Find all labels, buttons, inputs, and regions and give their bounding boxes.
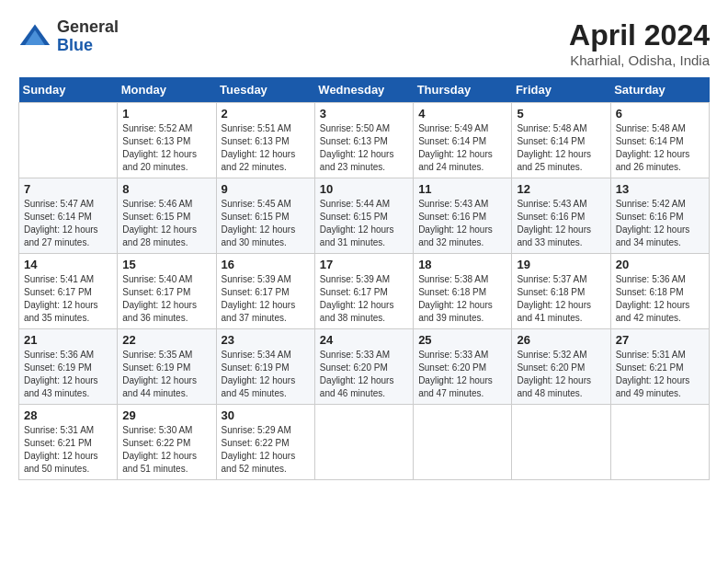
day-number: 22 [122, 333, 210, 347]
calendar-week-row: 28Sunrise: 5:31 AMSunset: 6:21 PMDayligh… [19, 405, 710, 480]
day-number: 17 [320, 258, 408, 271]
day-info: Sunrise: 5:36 AMSunset: 6:19 PMDaylight:… [24, 349, 112, 400]
day-number: 8 [122, 182, 210, 196]
calendar-cell: 29Sunrise: 5:30 AMSunset: 6:22 PMDayligh… [118, 405, 216, 480]
calendar-cell: 2Sunrise: 5:51 AMSunset: 6:13 PMDaylight… [216, 103, 314, 178]
calendar-cell: 9Sunrise: 5:45 AMSunset: 6:15 PMDaylight… [216, 178, 314, 254]
day-number: 1 [122, 107, 210, 121]
calendar-cell [19, 103, 118, 178]
logo-icon [18, 20, 51, 53]
day-number: 20 [616, 258, 704, 271]
day-info: Sunrise: 5:34 AMSunset: 6:19 PMDaylight:… [222, 349, 310, 400]
day-info: Sunrise: 5:45 AMSunset: 6:15 PMDaylight:… [222, 198, 310, 249]
calendar-week-row: 14Sunrise: 5:41 AMSunset: 6:17 PMDayligh… [19, 254, 710, 329]
calendar-cell: 21Sunrise: 5:36 AMSunset: 6:19 PMDayligh… [19, 329, 118, 405]
day-info: Sunrise: 5:46 AMSunset: 6:15 PMDaylight:… [122, 198, 210, 249]
logo-text: General Blue [57, 18, 119, 55]
calendar-cell: 3Sunrise: 5:50 AMSunset: 6:13 PMDaylight… [314, 103, 413, 178]
day-number: 14 [24, 258, 112, 271]
calendar-cell: 24Sunrise: 5:33 AMSunset: 6:20 PMDayligh… [314, 329, 413, 405]
day-number: 6 [616, 107, 704, 121]
day-number: 26 [517, 333, 605, 347]
day-number: 29 [122, 408, 210, 422]
calendar-cell: 7Sunrise: 5:47 AMSunset: 6:14 PMDaylight… [19, 178, 118, 254]
logo-general-text: General [57, 17, 119, 36]
day-number: 11 [418, 182, 506, 196]
day-info: Sunrise: 5:33 AMSunset: 6:20 PMDaylight:… [418, 349, 506, 400]
day-info: Sunrise: 5:48 AMSunset: 6:14 PMDaylight:… [517, 122, 605, 174]
day-info: Sunrise: 5:50 AMSunset: 6:13 PMDaylight:… [320, 122, 408, 174]
calendar-cell: 6Sunrise: 5:48 AMSunset: 6:14 PMDaylight… [610, 103, 709, 178]
day-info: Sunrise: 5:51 AMSunset: 6:13 PMDaylight:… [222, 122, 310, 174]
calendar-cell: 26Sunrise: 5:32 AMSunset: 6:20 PMDayligh… [512, 329, 610, 405]
day-number: 16 [222, 258, 310, 271]
calendar-cell: 10Sunrise: 5:44 AMSunset: 6:15 PMDayligh… [314, 178, 413, 254]
calendar-cell: 22Sunrise: 5:35 AMSunset: 6:19 PMDayligh… [118, 329, 216, 405]
calendar-cell: 1Sunrise: 5:52 AMSunset: 6:13 PMDaylight… [118, 103, 216, 178]
calendar-cell: 27Sunrise: 5:31 AMSunset: 6:21 PMDayligh… [610, 329, 709, 405]
day-number: 15 [122, 258, 210, 271]
calendar-cell: 19Sunrise: 5:37 AMSunset: 6:18 PMDayligh… [512, 254, 610, 329]
logo-blue-text: Blue [57, 36, 93, 54]
day-number: 25 [418, 333, 506, 347]
day-info: Sunrise: 5:44 AMSunset: 6:15 PMDaylight:… [320, 198, 408, 249]
day-info: Sunrise: 5:29 AMSunset: 6:22 PMDaylight:… [222, 424, 310, 476]
day-info: Sunrise: 5:38 AMSunset: 6:18 PMDaylight:… [418, 273, 506, 325]
day-number: 7 [24, 182, 112, 196]
day-header-friday: Friday [512, 77, 610, 103]
calendar-cell: 23Sunrise: 5:34 AMSunset: 6:19 PMDayligh… [216, 329, 314, 405]
day-info: Sunrise: 5:41 AMSunset: 6:17 PMDaylight:… [24, 273, 112, 325]
calendar-cell: 18Sunrise: 5:38 AMSunset: 6:18 PMDayligh… [414, 254, 512, 329]
day-info: Sunrise: 5:48 AMSunset: 6:14 PMDaylight:… [616, 122, 704, 174]
day-number: 21 [24, 333, 112, 347]
calendar-cell: 12Sunrise: 5:43 AMSunset: 6:16 PMDayligh… [512, 178, 610, 254]
calendar-cell: 17Sunrise: 5:39 AMSunset: 6:17 PMDayligh… [314, 254, 413, 329]
day-info: Sunrise: 5:31 AMSunset: 6:21 PMDaylight:… [616, 349, 704, 400]
day-number: 24 [320, 333, 408, 347]
day-number: 28 [24, 408, 112, 422]
calendar-cell: 4Sunrise: 5:49 AMSunset: 6:14 PMDaylight… [414, 103, 512, 178]
calendar-cell [314, 405, 413, 480]
calendar-cell: 25Sunrise: 5:33 AMSunset: 6:20 PMDayligh… [414, 329, 512, 405]
day-number: 19 [517, 258, 605, 271]
calendar-week-row: 7Sunrise: 5:47 AMSunset: 6:14 PMDaylight… [19, 178, 710, 254]
day-info: Sunrise: 5:30 AMSunset: 6:22 PMDaylight:… [122, 424, 210, 476]
day-number: 13 [616, 182, 704, 196]
day-info: Sunrise: 5:52 AMSunset: 6:13 PMDaylight:… [122, 122, 210, 174]
calendar-cell: 5Sunrise: 5:48 AMSunset: 6:14 PMDaylight… [512, 103, 610, 178]
day-header-saturday: Saturday [610, 77, 709, 103]
day-info: Sunrise: 5:43 AMSunset: 6:16 PMDaylight:… [418, 198, 506, 249]
day-number: 3 [320, 107, 408, 121]
day-info: Sunrise: 5:43 AMSunset: 6:16 PMDaylight:… [517, 198, 605, 249]
calendar-week-row: 1Sunrise: 5:52 AMSunset: 6:13 PMDaylight… [19, 103, 710, 178]
day-info: Sunrise: 5:47 AMSunset: 6:14 PMDaylight:… [24, 198, 112, 249]
day-info: Sunrise: 5:36 AMSunset: 6:18 PMDaylight:… [616, 273, 704, 325]
calendar-cell: 14Sunrise: 5:41 AMSunset: 6:17 PMDayligh… [19, 254, 118, 329]
calendar-cell [512, 405, 610, 480]
day-info: Sunrise: 5:33 AMSunset: 6:20 PMDaylight:… [320, 349, 408, 400]
day-number: 2 [222, 107, 310, 121]
calendar-cell: 8Sunrise: 5:46 AMSunset: 6:15 PMDaylight… [118, 178, 216, 254]
day-info: Sunrise: 5:49 AMSunset: 6:14 PMDaylight:… [418, 122, 506, 174]
day-header-monday: Monday [118, 77, 216, 103]
day-number: 4 [418, 107, 506, 121]
day-number: 12 [517, 182, 605, 196]
calendar-cell: 16Sunrise: 5:39 AMSunset: 6:17 PMDayligh… [216, 254, 314, 329]
calendar-cell [610, 405, 709, 480]
calendar-cell: 28Sunrise: 5:31 AMSunset: 6:21 PMDayligh… [19, 405, 118, 480]
day-info: Sunrise: 5:31 AMSunset: 6:21 PMDaylight:… [24, 424, 112, 476]
month-title: April 2024 [569, 18, 710, 52]
day-number: 5 [517, 107, 605, 121]
day-header-wednesday: Wednesday [314, 77, 413, 103]
day-number: 27 [616, 333, 704, 347]
page-header: General Blue April 2024 Kharhial, Odisha… [18, 18, 710, 68]
day-info: Sunrise: 5:35 AMSunset: 6:19 PMDaylight:… [122, 349, 210, 400]
day-number: 18 [418, 258, 506, 271]
day-number: 23 [222, 333, 310, 347]
calendar-cell: 15Sunrise: 5:40 AMSunset: 6:17 PMDayligh… [118, 254, 216, 329]
calendar-cell [414, 405, 512, 480]
day-header-tuesday: Tuesday [216, 77, 314, 103]
calendar-cell: 20Sunrise: 5:36 AMSunset: 6:18 PMDayligh… [610, 254, 709, 329]
logo: General Blue [18, 18, 119, 55]
day-number: 10 [320, 182, 408, 196]
